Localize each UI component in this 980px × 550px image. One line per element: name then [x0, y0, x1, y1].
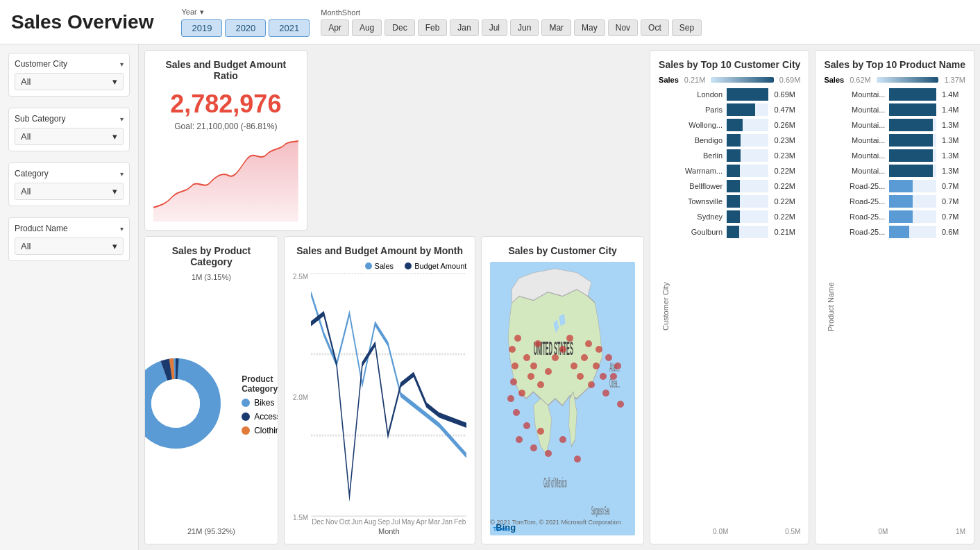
top-city-x-min: 0.0M	[713, 528, 728, 535]
map-dot	[581, 354, 588, 361]
line-chart-legend: Sales Budget Amount	[293, 262, 466, 270]
terms-link[interactable]: Terms	[493, 526, 510, 533]
top-product-bars: Mountai... 1.4M Mountai... 1.4M Mountai.…	[838, 88, 965, 525]
product-label: Road-25...	[838, 182, 885, 190]
top-city-row: Bendigo 0.23M	[673, 134, 800, 147]
city-bar-value: 0.47M	[774, 106, 800, 114]
month-pill-Apr[interactable]: Apr	[321, 19, 349, 36]
month-pill-Jan[interactable]: Jan	[450, 19, 478, 36]
map-dot	[523, 354, 530, 361]
slicer-product-name-expand[interactable]: ▾	[120, 225, 124, 233]
top-product-row: Mountai... 1.4M	[838, 103, 965, 116]
month-filter-section: MonthShort AprAugDecFebJanJulJunMarMayNo…	[321, 8, 702, 36]
city-bar-fill	[727, 88, 768, 101]
month-pill-Sep[interactable]: Sep	[672, 19, 702, 36]
slicer-category-arrow: ▾	[112, 186, 117, 197]
line-x-label: Nov	[326, 518, 338, 526]
city-label: Goulburn	[673, 228, 723, 236]
map-dot	[614, 362, 621, 369]
month-pill-Jun[interactable]: Jun	[510, 19, 539, 36]
city-bar-track	[727, 165, 768, 177]
map-dot	[571, 362, 577, 369]
slicer-product-name-label: Product Name	[15, 224, 68, 233]
map-dot	[537, 381, 544, 388]
year-dropdown-icon[interactable]: ▾	[200, 8, 204, 17]
line-x-label: Jan	[441, 518, 453, 526]
city-bar-value: 0.69M	[774, 90, 800, 99]
legend-budget: Budget Amount	[405, 262, 466, 270]
top-product-color-scale	[877, 77, 939, 83]
year-pill-2020[interactable]: 2020	[225, 19, 266, 37]
sales-goal-text: Goal: 21,100,000 (-86.81%)	[153, 122, 298, 131]
slicer-sub-category-label: Sub Category	[15, 114, 65, 124]
top-product-title: Sales by Top 10 Product Name	[824, 59, 965, 70]
product-bar-value: 1.3M	[942, 167, 965, 175]
slicer-sub-category-arrow: ▾	[112, 131, 117, 142]
product-bar-value: 1.4M	[942, 90, 965, 99]
top-city-sales-max: 0.69M	[779, 76, 801, 84]
product-label: Mountai...	[838, 136, 885, 144]
top-product-x-min: 0M	[878, 528, 888, 535]
product-bar-fill	[889, 103, 936, 116]
top-city-x-max: 0.5M	[785, 528, 800, 535]
top-product-panel: Sales by Top 10 Product Name Sales 0.62M…	[815, 50, 974, 544]
map-dot	[602, 390, 609, 397]
map-dot	[552, 354, 559, 361]
city-bar-value: 0.23M	[774, 151, 800, 160]
year-pill-2019[interactable]: 2019	[181, 19, 222, 37]
slicer-customer-city-expand[interactable]: ▾	[120, 60, 124, 68]
map-dot	[605, 354, 612, 361]
slicer-category-expand[interactable]: ▾	[120, 170, 124, 178]
map-dot	[514, 335, 521, 342]
product-bar-value: 0.7M	[942, 212, 965, 221]
month-pill-Oct[interactable]: Oct	[641, 19, 669, 36]
line-x-label: Oct	[339, 518, 350, 526]
city-bar-fill	[727, 226, 739, 238]
line-x-label: May	[401, 518, 414, 526]
month-pills: AprAugDecFebJanJulJunMarMayNovOctSep	[321, 19, 702, 36]
slicer-sub-category-value[interactable]: All ▾	[15, 128, 124, 145]
map-dot	[617, 401, 624, 408]
city-bar-fill	[727, 165, 740, 177]
month-pill-Mar[interactable]: Mar	[541, 19, 571, 36]
top-city-row: Sydney 0.22M	[673, 210, 800, 223]
top-city-color-scale	[711, 77, 773, 83]
month-pill-Feb[interactable]: Feb	[418, 19, 448, 36]
top-product-sales-label: Sales	[824, 76, 844, 84]
product-bar-track	[889, 210, 936, 223]
city-label: Sydney	[673, 212, 723, 221]
top-city-row: Warrnam... 0.22M	[673, 165, 800, 177]
map-title: Sales by Customer City	[490, 245, 635, 256]
month-pill-Aug[interactable]: Aug	[352, 19, 382, 36]
map-dot	[513, 409, 520, 416]
slicer-sub-category-expand[interactable]: ▾	[120, 115, 124, 123]
slicer-customer-city-value[interactable]: All ▾	[15, 73, 124, 90]
product-bar-track	[889, 149, 936, 162]
product-bar-fill	[889, 149, 933, 162]
map-dot	[530, 444, 537, 451]
product-category-panel: Sales by Product Category 1M (3.15%)	[144, 236, 278, 544]
top-city-row: Berlin 0.23M	[673, 149, 800, 162]
year-pill-2021[interactable]: 2021	[269, 19, 310, 37]
month-pill-Dec[interactable]: Dec	[385, 19, 414, 36]
slicer-customer-city-arrow: ▾	[112, 76, 117, 87]
top-city-row: Paris 0.47M	[673, 103, 800, 116]
month-pill-Jul[interactable]: Jul	[482, 19, 507, 36]
donut-chart	[144, 351, 228, 458]
product-label: Road-25...	[838, 197, 885, 206]
slicer-product-name: Product Name ▾ All ▾	[8, 217, 130, 261]
accessories-label: Accessories	[254, 412, 278, 422]
month-pill-May[interactable]: May	[574, 19, 605, 36]
line-y-labels: 2.5M 2.0M 1.5M	[293, 273, 311, 535]
slicer-category-value[interactable]: All ▾	[15, 183, 124, 200]
slicer-category-label: Category	[15, 169, 49, 178]
bikes-label: Bikes	[254, 398, 274, 408]
month-pill-Nov[interactable]: Nov	[608, 19, 638, 36]
top-product-row: Road-25... 0.6M	[838, 226, 965, 238]
line-x-label: Feb	[454, 518, 466, 526]
slicer-customer-city: Customer City ▾ All ▾	[8, 53, 130, 97]
city-bar-value: 0.22M	[774, 197, 800, 206]
year-pills: 201920202021	[181, 19, 310, 37]
product-label: Mountai...	[838, 167, 885, 175]
slicer-product-name-value[interactable]: All ▾	[15, 238, 124, 255]
